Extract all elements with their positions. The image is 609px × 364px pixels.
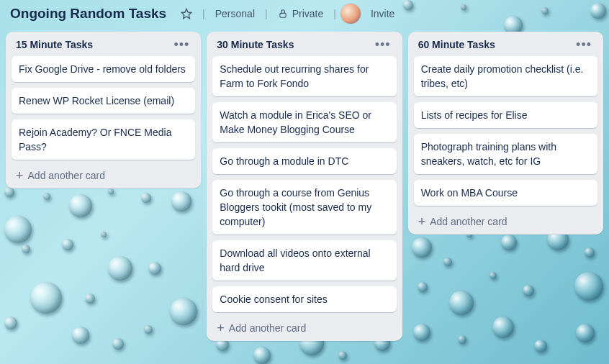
list-menu-button[interactable]: •••: [172, 41, 191, 48]
add-card-label: Add another card: [430, 216, 507, 227]
star-icon: [181, 8, 192, 19]
lock-icon: [278, 9, 288, 19]
list-menu-button[interactable]: •••: [574, 41, 593, 48]
header-separator: |: [265, 8, 268, 19]
add-card-button[interactable]: + Add another card: [414, 211, 597, 229]
lists-container: 15 Minute Tasks ••• Fix Google Drive - r…: [0, 29, 609, 347]
workspace-button[interactable]: Personal: [209, 6, 261, 22]
card[interactable]: Photograph training plans with sneakers,…: [414, 134, 597, 174]
card[interactable]: Lists of recipes for Elise: [414, 102, 597, 128]
card[interactable]: Create daily promotion checklist (i.e. t…: [414, 56, 597, 96]
list-header: 15 Minute Tasks •••: [12, 37, 195, 50]
list-title[interactable]: 60 Minute Tasks: [418, 39, 495, 50]
card[interactable]: Schedule out recurring shares for Farm t…: [212, 56, 396, 96]
svg-rect-1: [280, 13, 286, 17]
card[interactable]: Go through a course from Genius Bloggers…: [212, 180, 396, 235]
card[interactable]: Work on MBA Course: [414, 180, 597, 206]
card[interactable]: Download all videos onto external hard d…: [212, 240, 396, 281]
list-30-minute-tasks: 30 Minute Tasks ••• Schedule out recurri…: [207, 32, 402, 341]
card[interactable]: Fix Google Drive - remove old folders: [12, 56, 195, 82]
visibility-label: Private: [292, 8, 324, 19]
member-avatar[interactable]: [340, 4, 361, 24]
board-header: Ongoing Random Tasks | Personal | Privat…: [0, 0, 609, 29]
add-card-label: Add another card: [229, 322, 306, 334]
card[interactable]: Renew WP Rocket License (email): [12, 88, 195, 114]
card[interactable]: Cookie consent for sites: [212, 286, 396, 312]
plus-icon: +: [418, 217, 426, 227]
list-header: 30 Minute Tasks •••: [212, 37, 396, 50]
plus-icon: +: [16, 170, 24, 181]
add-card-button[interactable]: + Add another card: [212, 318, 396, 335]
plus-icon: +: [217, 323, 225, 333]
list-header: 60 Minute Tasks •••: [414, 37, 597, 50]
header-separator: |: [333, 8, 336, 19]
add-card-button[interactable]: + Add another card: [12, 165, 195, 183]
list-15-minute-tasks: 15 Minute Tasks ••• Fix Google Drive - r…: [6, 32, 201, 188]
list-60-minute-tasks: 60 Minute Tasks ••• Create daily promoti…: [408, 32, 603, 235]
list-menu-button[interactable]: •••: [374, 41, 392, 48]
list-title[interactable]: 30 Minute Tasks: [217, 39, 294, 50]
board: Ongoing Random Tasks | Personal | Privat…: [0, 0, 609, 364]
board-title[interactable]: Ongoing Random Tasks: [6, 4, 171, 23]
invite-button[interactable]: Invite: [365, 6, 400, 22]
visibility-button[interactable]: Private: [272, 6, 330, 22]
card[interactable]: Rejoin Academy? Or FNCE Media Pass?: [12, 119, 195, 160]
card[interactable]: Go through a module in DTC: [212, 148, 396, 174]
add-card-label: Add another card: [28, 170, 105, 181]
card[interactable]: Watch a module in Erica's SEO or Make Mo…: [212, 102, 396, 142]
workspace-label: Personal: [215, 8, 255, 19]
star-button[interactable]: [175, 6, 198, 22]
header-separator: |: [202, 8, 205, 19]
list-title[interactable]: 15 Minute Tasks: [16, 39, 93, 50]
svg-marker-0: [181, 9, 191, 18]
invite-label: Invite: [371, 8, 394, 19]
